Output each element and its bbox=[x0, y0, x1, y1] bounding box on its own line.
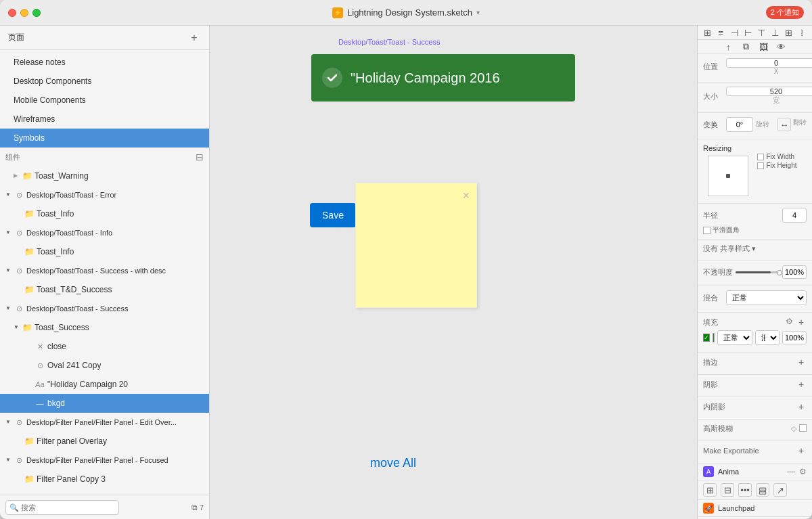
close-icon-sym: ✕ bbox=[35, 342, 45, 351]
fix-width-label: Fix Width bbox=[767, 153, 795, 160]
layer-toast-td-success[interactable]: 📁 Toast_T&D_Success bbox=[0, 280, 209, 299]
anima-settings-btn[interactable]: ⚙ bbox=[799, 467, 807, 476]
fill-blend-select[interactable]: 混合 bbox=[755, 330, 780, 345]
layer-label-bkgd: bkgd bbox=[47, 399, 65, 408]
layer-desktop-toast-success-desc[interactable]: ▼ ⊙ Desktop/Toast/Toast - Success - with… bbox=[0, 261, 209, 280]
anima-btn-5[interactable]: ↗ bbox=[773, 483, 787, 497]
components-collapse-btn[interactable]: ⊟ bbox=[196, 152, 204, 162]
add-border-btn[interactable]: + bbox=[796, 357, 807, 367]
folder-icon: 📁 bbox=[22, 171, 32, 181]
sidebar-item-release-notes[interactable]: Release notes bbox=[0, 53, 209, 72]
fill-actions: ⚙ + bbox=[786, 317, 807, 328]
blend-select[interactable]: 正常 bbox=[726, 290, 807, 305]
layer-toast-warning[interactable]: ▶ 📁 Toast_Warning bbox=[0, 166, 209, 185]
width-input[interactable] bbox=[726, 87, 812, 96]
sidebar-item-wireframes[interactable]: Wireframes bbox=[0, 110, 209, 129]
pages-list: Release notes Desktop Components Mobile … bbox=[0, 50, 209, 495]
anima-collapse-btn[interactable]: — bbox=[787, 467, 795, 476]
shared-style-dropdown[interactable]: 没有 共享样式 ▾ bbox=[703, 244, 756, 254]
add-fill-btn[interactable]: + bbox=[796, 317, 807, 328]
save-button[interactable]: Save bbox=[310, 203, 356, 227]
layer-oval-241[interactable]: ⊙ Oval 241 Copy bbox=[0, 356, 209, 375]
layer-toast-info-1[interactable]: 📁 Toast_Info bbox=[0, 204, 209, 223]
eye-icon[interactable]: 👁 bbox=[775, 40, 788, 53]
corner-input[interactable] bbox=[782, 208, 807, 223]
size-section: 大小 宽 🔒 高 bbox=[698, 83, 812, 113]
toolbar-btn-5[interactable]: ⊥ bbox=[769, 26, 782, 39]
minimize-button[interactable] bbox=[20, 9, 28, 17]
blur-label: 高斯模糊 bbox=[703, 424, 733, 434]
fix-height-checkbox[interactable] bbox=[757, 162, 764, 169]
toolbar-btn-2[interactable]: ≡ bbox=[714, 26, 727, 39]
layer-toast-info-2[interactable]: 📁 Toast_Info bbox=[0, 242, 209, 261]
traffic-lights bbox=[8, 9, 41, 17]
layer-holiday-text[interactable]: Aa "Holiday Campaign 20 bbox=[0, 375, 209, 394]
layer-label-desktop-filter-edit: Desktop/Filter Panel/Filter Panel - Edit… bbox=[26, 418, 177, 426]
fill-enabled-checkbox[interactable]: ✓ bbox=[703, 334, 710, 342]
fill-opacity-input[interactable] bbox=[782, 331, 807, 344]
fill-color-swatch[interactable] bbox=[713, 333, 715, 342]
smooth-checkbox[interactable] bbox=[703, 227, 710, 234]
page-label-wireframes: Wireframes bbox=[14, 114, 55, 124]
layer-filter-panel-copy[interactable]: 📁 Filter Panel Copy 3 bbox=[0, 470, 209, 489]
blur-toggle[interactable] bbox=[799, 424, 807, 432]
text-icon: Aa bbox=[35, 380, 45, 389]
remove-all-label: move All bbox=[370, 456, 416, 470]
toolbar-btn-align-left[interactable]: ⊣ bbox=[727, 26, 741, 39]
add-inner-shadow-btn[interactable]: + bbox=[796, 401, 807, 412]
toolbar-btn-1[interactable]: ⊞ bbox=[700, 26, 714, 39]
layer-toast-success-folder[interactable]: ▼ 📁 Toast_Success bbox=[0, 318, 209, 337]
title-dropdown-icon[interactable]: ▾ bbox=[476, 9, 480, 16]
flip-h-btn[interactable]: ↔ bbox=[777, 118, 791, 131]
opacity-slider[interactable] bbox=[736, 271, 780, 273]
toolbar-btn-6[interactable]: ⊞ bbox=[782, 26, 796, 39]
fix-width-checkbox[interactable] bbox=[757, 154, 764, 160]
layer-bkgd[interactable]: — bkgd bbox=[0, 394, 209, 413]
toast-component-label[interactable]: Desktop/Toast/Toast - Success bbox=[338, 38, 440, 46]
close-button[interactable] bbox=[8, 9, 16, 17]
size-inputs: 宽 🔒 高 bbox=[726, 87, 812, 106]
anima-btn-3[interactable]: ••• bbox=[738, 483, 752, 497]
fullscreen-button[interactable] bbox=[32, 9, 41, 17]
add-shadow-btn[interactable]: + bbox=[796, 379, 807, 390]
layer-desktop-toast-info[interactable]: ▼ ⊙ Desktop/Toast/Toast - Info bbox=[0, 223, 209, 242]
copy2-icon[interactable]: ⧉ bbox=[740, 40, 753, 53]
notification-badge[interactable]: 2 个通知 bbox=[766, 6, 804, 19]
copy-icon[interactable]: ⧉ bbox=[191, 503, 198, 512]
layer-desktop-filter-panel[interactable]: ▼ ⊙ Desktop/Filter Panel/Filter Panel bbox=[0, 489, 209, 495]
layer-desktop-filter-focused[interactable]: ▼ ⊙ Desktop/Filter Panel/Filter Panel - … bbox=[0, 451, 209, 470]
fill-settings-icon[interactable]: ⚙ bbox=[786, 317, 793, 328]
x-input[interactable] bbox=[726, 58, 812, 68]
toolbar-btn-7[interactable]: ⫶ bbox=[796, 26, 809, 39]
layer-desktop-filter-edit[interactable]: ▼ ⊙ Desktop/Filter Panel/Filter Panel - … bbox=[0, 413, 209, 432]
resizing-center bbox=[726, 174, 730, 178]
layer-close[interactable]: ✕ close bbox=[0, 337, 209, 356]
sidebar-item-symbols[interactable]: Symbols bbox=[0, 129, 209, 148]
search-input[interactable] bbox=[5, 500, 119, 515]
layer-filter-panel-overlay[interactable]: 📁 Filter panel Overlay bbox=[0, 432, 209, 451]
layer-desktop-toast-error[interactable]: ▼ ⊙ Desktop/Toast/Toast - Error bbox=[0, 185, 209, 204]
add-page-button[interactable]: + bbox=[187, 31, 201, 45]
toolbar-btn-align-right[interactable]: ⊤ bbox=[755, 26, 769, 39]
sticky-close-button[interactable]: × bbox=[462, 189, 470, 203]
sidebar-item-mobile-components[interactable]: Mobile Components bbox=[0, 91, 209, 110]
upload-icon[interactable]: ↑ bbox=[722, 40, 736, 53]
symbol-icon: ⊙ bbox=[14, 304, 24, 313]
layer-desktop-toast-success[interactable]: ▼ ⊙ Desktop/Toast/Toast - Success bbox=[0, 299, 209, 318]
sidebar-item-desktop-components[interactable]: Desktop Components bbox=[0, 72, 209, 91]
rotate-input[interactable] bbox=[726, 117, 753, 132]
search-icon: 🔍 bbox=[9, 503, 19, 512]
img-icon[interactable]: 🖼 bbox=[757, 40, 771, 53]
fill-mode-select[interactable]: 正常 bbox=[717, 330, 752, 345]
toolbar-btn-align-center[interactable]: ⊢ bbox=[741, 26, 754, 39]
blend-row: 混合 正常 bbox=[703, 290, 807, 305]
anima-btn-1[interactable]: ⊞ bbox=[703, 483, 717, 497]
anima-btn-2[interactable]: ⊟ bbox=[721, 483, 734, 497]
remove-all-link[interactable]: move All bbox=[370, 456, 416, 470]
shared-style-section: 没有 共享样式 ▾ bbox=[698, 240, 812, 261]
layer-label-desktop-toast-success-desc: Desktop/Toast/Toast - Success - with des… bbox=[26, 267, 166, 275]
shared-style-row: 没有 共享样式 ▾ bbox=[703, 244, 807, 254]
anima-btn-4[interactable]: ▤ bbox=[756, 483, 769, 497]
opacity-input[interactable] bbox=[782, 265, 807, 279]
add-export-btn[interactable]: + bbox=[796, 445, 807, 456]
